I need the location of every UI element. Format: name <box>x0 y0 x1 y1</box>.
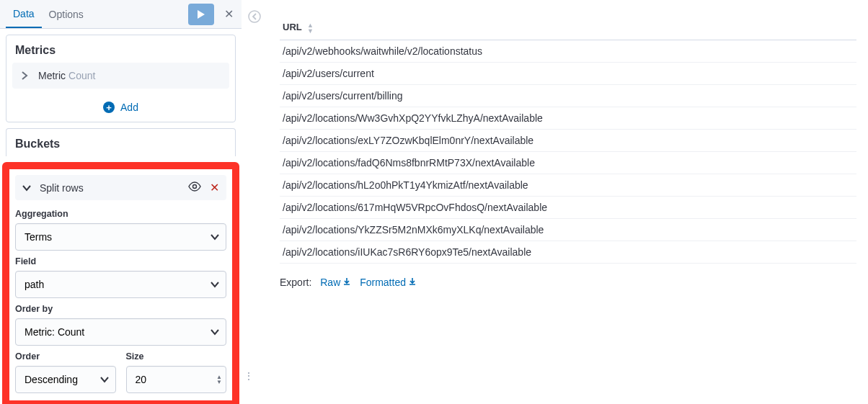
order-label: Order <box>15 351 116 362</box>
remove-bucket-button[interactable]: ✕ <box>210 181 219 194</box>
tab-data[interactable]: Data <box>6 1 42 28</box>
tab-options[interactable]: Options <box>42 1 91 27</box>
order-value[interactable] <box>15 366 116 393</box>
discard-button[interactable]: ✕ <box>221 7 236 21</box>
table-row[interactable]: /api/v2/locations/Ww3GvhXpQ2YYfvkLZhyA/n… <box>280 107 856 129</box>
results-panel: URL ▲▼ /api/v2/webhooks/waitwhile/v2/loc… <box>280 17 856 288</box>
chevron-right-icon <box>21 71 32 80</box>
bucket-label: Split rows <box>40 182 84 194</box>
column-header-url[interactable]: URL ▲▼ <box>280 17 856 40</box>
metric-label: Metric <box>38 70 66 81</box>
cell-url: /api/v2/locations/617mHqW5VRpcOvFhdosQ/n… <box>280 196 856 218</box>
metric-item[interactable]: Metric Count <box>12 63 229 89</box>
aggregation-value[interactable] <box>15 223 226 251</box>
collapse-sidebar-button[interactable] <box>248 10 261 25</box>
orderby-label: Order by <box>15 304 226 314</box>
cell-url: /api/v2/webhooks/waitwhile/v2/locationst… <box>280 40 856 62</box>
results-table: URL ▲▼ /api/v2/webhooks/waitwhile/v2/loc… <box>280 17 856 264</box>
stepper-arrows-icon[interactable]: ▲▼ <box>216 374 222 385</box>
split-rows-config: Split rows ✕ Aggregation Field Order by … <box>2 162 239 404</box>
table-row[interactable]: /api/v2/locations/YkZZSr5M2nMXk6myXLKq/n… <box>280 218 856 241</box>
aggregation-select[interactable] <box>15 223 226 251</box>
bucket-header[interactable]: Split rows ✕ <box>15 175 226 200</box>
export-row: Export: Raw Formatted <box>280 277 856 288</box>
cell-url: /api/v2/users/current <box>280 62 856 84</box>
export-label: Export: <box>280 277 311 288</box>
download-icon <box>408 277 417 288</box>
apply-button[interactable] <box>188 4 214 25</box>
chevron-left-circle-icon <box>248 10 261 23</box>
sort-icon: ▲▼ <box>307 22 314 34</box>
order-select[interactable] <box>15 366 116 393</box>
toggle-visibility-button[interactable] <box>188 181 201 194</box>
download-icon <box>342 277 351 288</box>
eye-icon <box>188 181 201 192</box>
table-row[interactable]: /api/v2/locations/exLY7ZOzwKbqlElm0nrY/n… <box>280 129 856 151</box>
plus-icon: + <box>103 102 115 113</box>
size-stepper[interactable]: ▲▼ <box>126 366 227 393</box>
cell-url: /api/v2/locations/exLY7ZOzwKbqlElm0nrY/n… <box>280 129 856 151</box>
metrics-title: Metrics <box>6 35 235 63</box>
aggregation-label: Aggregation <box>15 209 226 219</box>
table-row[interactable]: /api/v2/users/current <box>280 62 856 84</box>
orderby-select[interactable] <box>15 318 226 346</box>
cell-url: /api/v2/locations/YkZZSr5M2nMXk6myXLKq/n… <box>280 218 856 241</box>
table-row[interactable]: /api/v2/users/current/billing <box>280 84 856 107</box>
add-label: Add <box>120 102 138 113</box>
cell-url: /api/v2/locations/fadQ6Nms8fbnrRMtP73X/n… <box>280 151 856 174</box>
table-row[interactable]: /api/v2/locations/617mHqW5VRpcOvFhdosQ/n… <box>280 196 856 218</box>
field-label: Field <box>15 256 226 266</box>
table-row[interactable]: /api/v2/webhooks/waitwhile/v2/locationst… <box>280 40 856 62</box>
cell-url: /api/v2/users/current/billing <box>280 84 856 107</box>
export-raw-link[interactable]: Raw <box>320 277 351 288</box>
table-row[interactable]: /api/v2/locations/fadQ6Nms8fbnrRMtP73X/n… <box>280 151 856 174</box>
buckets-panel: Buckets <box>6 128 236 156</box>
config-sidebar: Data Options ✕ Metrics Metric Count + Ad… <box>0 0 242 404</box>
play-icon <box>197 9 205 19</box>
metric-value: Count <box>68 70 95 81</box>
cell-url: /api/v2/locations/Ww3GvhXpQ2YYfvkLZhyA/n… <box>280 107 856 129</box>
orderby-value[interactable] <box>15 318 226 346</box>
svg-point-0 <box>193 185 197 189</box>
cell-url: /api/v2/locations/iIUKac7sR6RY6opx9Te5/n… <box>280 241 856 263</box>
field-select[interactable] <box>15 271 226 298</box>
chevron-down-icon <box>22 184 34 192</box>
size-input[interactable] <box>126 366 227 393</box>
add-metric-button[interactable]: + Add <box>6 94 235 122</box>
table-row[interactable]: /api/v2/locations/hL2o0hPkT1y4YkmizAtf/n… <box>280 174 856 196</box>
svg-point-1 <box>249 11 260 22</box>
field-value[interactable] <box>15 271 226 298</box>
table-row[interactable]: /api/v2/locations/iIUKac7sR6RY6opx9Te5/n… <box>280 241 856 263</box>
cell-url: /api/v2/locations/hL2o0hPkT1y4YkmizAtf/n… <box>280 174 856 196</box>
resize-handle[interactable]: ⋮ <box>244 370 252 382</box>
tabs-row: Data Options ✕ <box>0 0 242 29</box>
size-label: Size <box>126 351 227 362</box>
metrics-panel: Metrics Metric Count + Add <box>6 35 236 122</box>
buckets-title: Buckets <box>6 129 235 156</box>
export-formatted-link[interactable]: Formatted <box>360 277 417 288</box>
